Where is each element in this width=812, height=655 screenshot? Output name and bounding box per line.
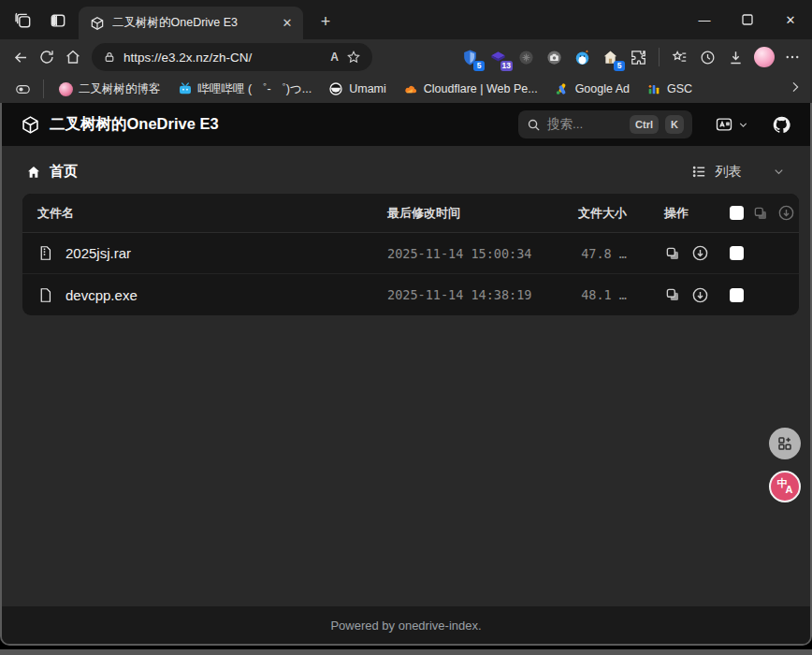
downloads-icon[interactable] (723, 45, 748, 70)
workspaces-icon[interactable] (11, 8, 36, 33)
home-breadcrumb-icon (26, 165, 41, 180)
download-all-icon[interactable] (777, 204, 795, 222)
browser-tab-strip: 二叉树树的OneDrive E3 ✕ + — ✕ (0, 0, 812, 39)
cloudflare-favicon (403, 81, 418, 96)
kbd-k: K (665, 115, 684, 134)
purple-extension-icon[interactable]: 13 (486, 45, 511, 70)
camera-extension-icon[interactable] (542, 45, 567, 70)
col-filename: 文件名 (37, 205, 387, 222)
view-label: 列表 (715, 163, 742, 181)
kbd-ctrl: Ctrl (630, 115, 659, 134)
bookmark-umami[interactable]: Umami (321, 79, 394, 99)
new-tab-button[interactable]: + (314, 10, 337, 33)
file-icon (37, 287, 53, 303)
view-chevron-down-icon (772, 165, 786, 179)
breadcrumb-row: 首页 列表 (2, 146, 810, 192)
shield-extension-icon[interactable]: 5 (457, 45, 483, 70)
purple-extension-badge: 13 (500, 61, 513, 71)
search-input[interactable]: 搜索... Ctrl K (518, 110, 692, 138)
lock-icon (103, 51, 116, 64)
language-switcher[interactable] (715, 115, 749, 134)
github-icon (772, 115, 791, 135)
table-row[interactable]: devcpp.exe 2025-11-14 14:38:19 48.1 … (22, 274, 799, 315)
history-icon[interactable] (695, 45, 720, 70)
address-bar[interactable]: https://e3.2x.nz/zh-CN/ A (92, 43, 372, 71)
refresh-icon[interactable] (34, 44, 60, 70)
view-toggle[interactable]: 列表 (691, 163, 786, 181)
back-icon[interactable] (7, 44, 34, 70)
maximize-icon[interactable] (726, 0, 769, 39)
umami-favicon (328, 81, 343, 96)
house-extension-badge: 5 (614, 61, 625, 71)
active-tab[interactable]: 二叉树树的OneDrive E3 ✕ (79, 7, 303, 39)
bookmarks-overflow-chevron-icon[interactable] (788, 80, 803, 98)
window-controls: — ✕ (683, 0, 812, 39)
sidebar-panel-icon[interactable] (9, 78, 36, 101)
bookmark-blog[interactable]: 二叉树树的博客 (51, 79, 168, 100)
bookmark-cloudflare[interactable]: Cloudflare | Web Pe... (396, 79, 545, 99)
translate-fab[interactable]: 中 A (769, 471, 801, 502)
col-actions: 操作 (627, 205, 703, 222)
file-name[interactable]: 2025jsj.rar (65, 245, 131, 261)
bookmark-label: Umami (349, 82, 386, 95)
profile-avatar[interactable] (751, 45, 776, 70)
file-table: 文件名 最后修改时间 文件大小 操作 2025jsj.rar (22, 194, 799, 315)
tab-favicon-cube-icon (90, 16, 105, 31)
copy-link-icon[interactable] (664, 286, 681, 303)
penguin-extension-icon[interactable] (570, 45, 595, 70)
row-checkbox[interactable] (730, 288, 744, 302)
bookmark-bilibili[interactable]: 哔哩哔哩 ( ゜- ゜)つ... (170, 79, 320, 100)
file-size: 48.1 … (567, 287, 627, 302)
site-footer: Powered by onedrive-index. (2, 606, 810, 644)
col-modified: 最后修改时间 (387, 205, 567, 222)
url-text[interactable]: https://e3.2x.nz/zh-CN/ (123, 51, 323, 65)
row-checkbox[interactable] (730, 246, 744, 260)
table-header: 文件名 最后修改时间 文件大小 操作 (22, 194, 799, 233)
bookmark-label: GSC (667, 82, 692, 95)
select-all-checkbox[interactable] (730, 206, 744, 220)
bilibili-favicon (178, 81, 193, 96)
more-menu-icon[interactable] (779, 45, 805, 70)
tab-title: 二叉树树的OneDrive E3 (112, 15, 271, 31)
file-name[interactable]: devcpp.exe (65, 287, 138, 303)
favorite-star-icon[interactable] (346, 50, 361, 65)
favorites-hub-icon[interactable] (667, 45, 692, 70)
bookmark-label: Cloudflare | Web Pe... (424, 82, 538, 95)
house-extension-icon[interactable]: 5 (598, 45, 623, 70)
bookmark-label: 哔哩哔哩 ( ゜- ゜)つ... (198, 81, 312, 97)
copy-all-icon[interactable] (752, 205, 769, 222)
language-icon (715, 115, 733, 134)
bookmarks-divider (43, 80, 44, 98)
col-size: 文件大小 (567, 205, 627, 222)
footer-text: Powered by onedrive-index. (330, 619, 481, 633)
github-link[interactable] (772, 115, 791, 135)
google-ads-favicon (555, 81, 570, 96)
extensions-puzzle-icon[interactable] (626, 45, 651, 70)
minimize-icon[interactable]: — (683, 0, 726, 39)
toolbar-divider (659, 48, 660, 66)
bookmark-google-ads[interactable]: Google Ad (547, 79, 637, 99)
read-aloud-icon[interactable]: A (330, 51, 339, 64)
copy-link-icon[interactable] (664, 245, 681, 262)
chevron-down-icon (737, 119, 749, 131)
site-logo-cube-icon (21, 115, 40, 135)
blog-favicon (58, 81, 73, 96)
translate-en-glyph: A (786, 484, 793, 495)
site-title: 二叉树树的OneDrive E3 (50, 114, 219, 135)
browser-toolbar: https://e3.2x.nz/zh-CN/ A 5 13 5 (0, 39, 812, 75)
archive-file-icon (37, 245, 53, 261)
tab-close-icon[interactable]: ✕ (279, 15, 296, 32)
collector-fab-grid-icon[interactable] (769, 428, 801, 459)
home-icon[interactable] (60, 44, 86, 70)
bookmark-gsc[interactable]: GSC (639, 79, 700, 99)
extensions-area: 5 13 5 (457, 45, 805, 70)
bookmark-label: Google Ad (575, 82, 630, 95)
table-row[interactable]: 2025jsj.rar 2025-11-14 15:00:34 47.8 … (22, 233, 799, 274)
breadcrumb[interactable]: 首页 (26, 163, 78, 181)
close-window-icon[interactable]: ✕ (769, 0, 812, 39)
search-placeholder: 搜索... (547, 116, 623, 133)
web-content: 二叉树树的OneDrive E3 搜索... Ctrl K 首页 列表 (0, 103, 812, 646)
dim-extension-icon[interactable] (514, 45, 539, 70)
tab-actions-icon[interactable] (46, 8, 70, 33)
file-size: 47.8 … (567, 246, 627, 261)
